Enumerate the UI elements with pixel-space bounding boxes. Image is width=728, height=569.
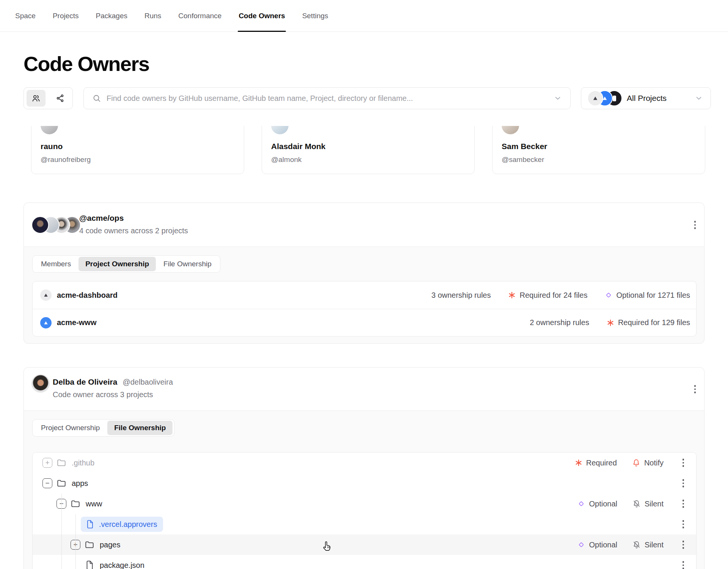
tree-label: .vercel.approvers [99,520,157,529]
asterisk-icon [508,291,516,299]
silent-badge: Silent [632,500,664,508]
person-subtitle: Code owner across 3 projects [53,390,153,399]
kebab-menu-button[interactable] [690,384,700,395]
owner-handle: @almonk [271,156,302,164]
tree-row-vercel-approvers[interactable]: .vercel.approvers [33,514,696,534]
project-filter-label: All Projects [627,94,667,103]
nav-item-packages[interactable]: Packages [96,0,127,31]
kebab-menu-button[interactable] [679,539,688,550]
tree-label: apps [72,479,88,488]
tree-label: package.json [100,561,144,569]
file-icon [85,560,94,569]
silent-badge: Silent [632,541,664,549]
project-logo-icon [40,289,52,301]
kebab-menu-button[interactable] [679,498,688,509]
bell-slash-icon [632,500,641,508]
diamond-icon [577,541,585,549]
tree-row-package-json[interactable]: package.json [33,555,696,569]
search-icon [92,94,101,103]
tree-guide-line [61,494,62,569]
chevron-down-icon[interactable] [554,94,562,102]
required-files-stat: Required for 24 files [508,291,587,300]
nav-item-conformance[interactable]: Conformance [178,0,221,31]
kebab-menu-button[interactable] [690,220,700,230]
asterisk-icon [607,319,614,327]
code-owners-page: rauno @raunofreiberg Alasdair Monk @almo… [0,0,728,569]
tree-label: .github [72,459,94,467]
team-card: @acme/ops 4 code owners across 2 project… [24,203,704,344]
tab-project-ownership[interactable]: Project Ownership [78,257,156,271]
people-icon [31,94,41,103]
folder-icon [56,458,66,468]
tab-members[interactable]: Members [34,257,78,271]
owner-handle: @sambecker [502,156,544,164]
ownership-rules-count: 3 ownership rules [431,291,491,300]
team-avatar-stack [31,216,81,234]
selected-file-pill[interactable]: .vercel.approvers [81,517,163,532]
ownership-rules-count: 2 ownership rules [530,318,589,327]
kebab-menu-button[interactable] [679,519,688,530]
file-icon [85,520,94,529]
tab-file-ownership[interactable]: File Ownership [157,257,218,271]
project-row[interactable]: acme-www 2 ownership rules Required for … [33,309,696,336]
bell-icon [632,459,640,467]
project-avatar-stack [587,90,622,106]
nav-item-settings[interactable]: Settings [302,0,328,31]
avatar [31,216,49,234]
person-name: Delba de Oliveira [53,377,117,387]
kebab-menu-button[interactable] [679,560,688,569]
owner-name: rauno [41,142,63,151]
project-row[interactable]: acme-dashboard 3 ownership rules Require… [33,281,696,309]
kebab-menu-button[interactable] [679,478,688,489]
project-logo-icon [40,317,52,329]
tree-row-apps[interactable]: apps [33,473,696,494]
tree-row-pages[interactable]: pages Optional Silent [33,534,696,555]
person-card-header: Delba de Oliveira @delbaoliveira Code ow… [24,368,704,411]
team-card-header: @acme/ops 4 code owners across 2 project… [24,203,704,247]
tree-guide-line [75,514,76,569]
team-subtitle: 4 code owners across 2 projects [79,226,188,235]
folder-icon [85,540,94,550]
project-name: acme-www [57,318,96,327]
members-view-button[interactable] [27,90,46,107]
file-ownership-tree: .github Required Notify apps [32,452,697,569]
tree-row-www[interactable]: www Optional Silent [33,494,696,514]
team-name: @acme/ops [79,214,124,223]
owner-handle: @raunofreiberg [41,156,91,164]
notify-badge: Notify [632,459,664,467]
nav-item-code-owners[interactable]: Code Owners [238,0,285,31]
tree-label: pages [100,541,121,549]
tab-project-ownership[interactable]: Project Ownership [34,421,107,435]
project-filter-select[interactable]: All Projects [581,87,711,109]
page-header: Code Owners A [0,32,728,126]
collapse-toggle[interactable] [42,478,52,488]
owner-name: Alasdair Monk [271,142,326,151]
project-name: acme-dashboard [57,291,118,300]
project-logo-icon [587,90,603,106]
page-title: Code Owners [24,52,149,75]
team-tabs: Members Project Ownership File Ownership [32,255,220,273]
search-input[interactable] [107,94,548,103]
folder-icon [71,499,80,509]
person-card: Delba de Oliveira @delbaoliveira Code ow… [24,367,704,569]
graph-view-button[interactable] [51,90,70,107]
nav-item-projects[interactable]: Projects [53,0,79,31]
asterisk-icon [575,459,582,467]
chevron-down-icon [695,94,703,102]
top-navigation: Space Projects Packages Runs Conformance… [0,0,728,32]
optional-files-stat: Optional for 1271 files [605,291,690,300]
optional-flag: Optional [577,541,617,549]
tree-row-github[interactable]: .github Required Notify [33,453,696,473]
nav-item-space[interactable]: Space [15,0,36,31]
kebab-menu-button[interactable] [679,457,688,468]
nav-item-runs[interactable]: Runs [144,0,161,31]
tree-label: www [86,500,102,508]
toolbar: All Projects [24,87,711,109]
view-toggle [24,87,73,109]
project-ownership-table: acme-dashboard 3 ownership rules Require… [32,281,697,336]
required-flag: Required [575,459,617,467]
tab-file-ownership[interactable]: File Ownership [107,421,173,435]
diamond-icon [605,291,612,299]
owner-name: Sam Becker [502,142,547,151]
expand-toggle[interactable] [42,458,52,468]
